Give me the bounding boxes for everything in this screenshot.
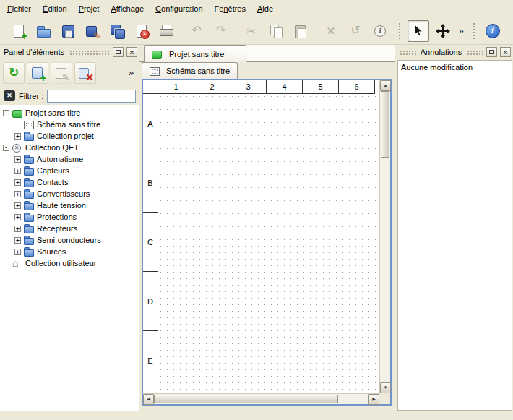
tree-item-label: Contacts [37, 178, 68, 187]
float-icon [116, 50, 121, 54]
project-view: Projet sans titre Schéma sans titre 1234… [139, 45, 395, 411]
row-header: E [143, 331, 158, 390]
close-panel-button[interactable] [126, 47, 137, 57]
schema-tab[interactable]: Schéma sans titre [142, 62, 238, 79]
new-element-button[interactable] [27, 62, 48, 84]
tree-item[interactable]: Convertisseurs [0, 188, 139, 200]
status-bar [0, 411, 513, 420]
float-panel-button[interactable] [113, 47, 124, 57]
expand-icon[interactable] [14, 237, 21, 244]
elements-panel-toolbar [0, 59, 139, 87]
scroll-left-button[interactable] [143, 394, 154, 405]
about-button[interactable] [482, 20, 504, 42]
panel-overflow-button[interactable] [126, 65, 137, 81]
clear-filter-button[interactable] [4, 90, 15, 101]
tree-item[interactable]: Collection QET [0, 142, 139, 153]
main-toolbar [0, 17, 513, 45]
collection-icon [24, 132, 34, 141]
chevron-double-icon [124, 65, 139, 81]
folder-icon [24, 247, 34, 257]
expand-icon[interactable] [14, 226, 21, 232]
chevron-double-icon [453, 23, 469, 39]
column-header: 3 [230, 80, 267, 94]
collapse-icon[interactable] [3, 145, 9, 151]
tree-item[interactable]: Schéma sans titre [0, 119, 139, 130]
save-button[interactable] [57, 20, 79, 42]
delete-icon [323, 23, 339, 39]
save-all-button[interactable] [106, 20, 128, 42]
menu-projet[interactable]: Projet [73, 0, 105, 17]
info-button[interactable] [369, 20, 391, 42]
elements-panel-titlebar: Panel d'éléments [0, 45, 139, 59]
menu-fenetres[interactable]: Fenêtres [209, 0, 251, 17]
close-panel-button[interactable] [500, 47, 511, 57]
menu-aide[interactable]: Aide [251, 0, 279, 17]
info-blue-icon [485, 23, 501, 39]
dock-drag-grip[interactable] [399, 49, 416, 55]
expand-icon[interactable] [14, 156, 21, 163]
expand-icon[interactable] [14, 168, 21, 174]
folder-icon [24, 201, 34, 210]
tree-item[interactable]: Récepteurs [0, 223, 139, 234]
horizontal-scrollbar[interactable] [143, 393, 379, 404]
expander-spacer [14, 121, 21, 128]
tree-item[interactable]: Collection projet [0, 130, 139, 142]
dock-drag-grip[interactable] [466, 49, 483, 55]
tree-item[interactable]: Collection utilisateur [0, 257, 139, 269]
tree-item[interactable]: Sources [0, 246, 139, 257]
open-button[interactable] [33, 20, 54, 42]
tree-item[interactable]: Capteurs [0, 165, 139, 176]
vertical-scrollbar[interactable] [379, 80, 390, 393]
toolbar-group-file [7, 20, 178, 42]
tree-item[interactable]: Automatisme [0, 153, 139, 165]
tree-item[interactable]: Semi-conducteurs [0, 234, 139, 246]
menu-fichier[interactable]: Fichier [1, 0, 37, 17]
save-icon [60, 23, 76, 39]
scroll-right-button[interactable] [368, 394, 379, 405]
filter-input[interactable] [47, 90, 136, 103]
expand-icon[interactable] [14, 202, 21, 209]
dock-drag-grip[interactable] [69, 49, 110, 55]
project-tab[interactable]: Projet sans titre [144, 45, 246, 62]
delete-element-button[interactable] [74, 62, 96, 84]
tree-item-label: Collection QET [25, 143, 79, 152]
scroll-down-button[interactable] [380, 382, 391, 393]
menu-edition[interactable]: Édition [37, 0, 73, 17]
element-tree: Projet sans titreSchéma sans titreCollec… [0, 105, 139, 411]
diagram-icon [24, 120, 34, 129]
close-file-button[interactable] [131, 20, 152, 42]
project-icon [152, 49, 162, 59]
diagram-canvas[interactable] [159, 95, 379, 393]
expand-icon[interactable] [14, 249, 21, 255]
tree-item[interactable]: Protections [0, 211, 139, 223]
pan-button[interactable] [432, 20, 454, 42]
tree-item[interactable]: Projet sans titre [0, 107, 139, 119]
reload-button[interactable] [3, 62, 25, 84]
column-headers: 123456 [158, 80, 379, 94]
new-button[interactable] [8, 20, 30, 42]
expand-icon[interactable] [14, 133, 21, 140]
expand-icon[interactable] [14, 214, 21, 220]
tree-item[interactable]: Contacts [0, 176, 139, 188]
undo-button [186, 20, 207, 42]
save-all-icon [109, 23, 125, 39]
menu-affichage[interactable]: Affichage [105, 0, 150, 17]
save-as-button[interactable] [82, 20, 103, 42]
vertical-scroll-thumb[interactable] [381, 91, 389, 158]
float-panel-button[interactable] [486, 47, 497, 57]
expand-icon[interactable] [14, 191, 21, 197]
info-icon [372, 23, 388, 39]
column-header: 6 [339, 80, 375, 94]
horizontal-scroll-thumb[interactable] [154, 395, 338, 403]
print-button[interactable] [155, 20, 177, 42]
collapse-icon[interactable] [3, 110, 9, 116]
undo-history-list[interactable]: Aucune modification [397, 60, 512, 411]
menu-configuration[interactable]: Configuration [150, 0, 208, 17]
tree-item-label: Haute tension [37, 201, 86, 210]
scroll-up-button[interactable] [380, 80, 391, 91]
toolbar-overflow-button[interactable] [455, 20, 467, 42]
select-button[interactable] [408, 20, 429, 42]
expand-icon[interactable] [14, 179, 21, 186]
tree-item[interactable]: Haute tension [0, 200, 139, 211]
print-icon [158, 23, 174, 39]
